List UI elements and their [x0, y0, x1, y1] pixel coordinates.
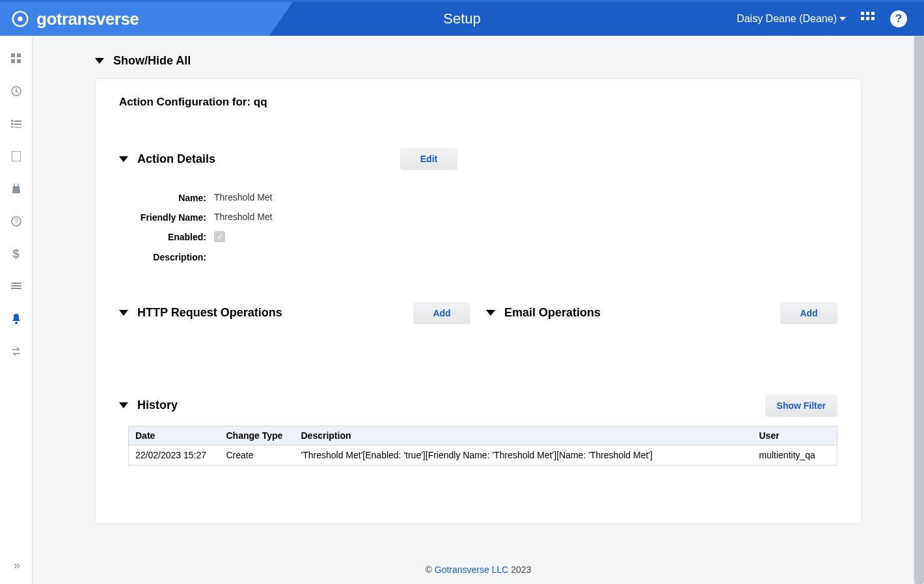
- main: Show/Hide All Action Configuration for: …: [33, 36, 924, 584]
- scrollbar[interactable]: [914, 36, 924, 584]
- td-user: multientity_qa: [753, 445, 837, 465]
- svg-rect-5: [861, 17, 864, 20]
- name-label: Name:: [128, 192, 206, 204]
- logo-icon: [10, 9, 30, 29]
- header-right: Daisy Deane (Deane) ?: [737, 10, 924, 27]
- email-ops-toggle[interactable]: Email Operations: [486, 306, 601, 320]
- sidebar-clock-icon[interactable]: [10, 85, 22, 97]
- table-header-row: Date Change Type Description User: [129, 426, 837, 445]
- user-menu[interactable]: Daisy Deane (Deane): [737, 13, 846, 25]
- chevron-down-icon: [486, 310, 495, 316]
- svg-rect-15: [11, 123, 13, 125]
- logo[interactable]: gotransverse: [10, 9, 139, 29]
- friendly-name-label: Friendly Name:: [128, 212, 206, 223]
- history-toggle[interactable]: History: [119, 398, 178, 412]
- td-change-type: Create: [220, 445, 295, 465]
- svg-rect-11: [17, 59, 21, 63]
- scrollbar-thumb[interactable]: [914, 36, 924, 584]
- svg-rect-22: [11, 283, 21, 284]
- enabled-value: ✓: [214, 231, 225, 243]
- svg-rect-13: [11, 120, 13, 122]
- sidebar-swap-icon[interactable]: [10, 346, 22, 357]
- svg-rect-2: [861, 12, 864, 15]
- svg-rect-14: [14, 120, 21, 122]
- svg-rect-6: [866, 17, 869, 20]
- svg-rect-19: [12, 151, 21, 161]
- sidebar-list-icon[interactable]: [10, 118, 22, 130]
- svg-text:?: ?: [14, 218, 18, 225]
- brand-text: gotransverse: [36, 9, 139, 29]
- name-value: Threshold Met: [214, 192, 272, 204]
- user-name: Daisy Deane (Deane): [737, 13, 837, 25]
- svg-rect-16: [14, 124, 21, 125]
- footer: © Gotransverse LLC 2023: [426, 564, 532, 575]
- enabled-label: Enabled:: [128, 231, 206, 243]
- description-label: Description:: [128, 251, 206, 263]
- svg-rect-23: [11, 285, 21, 286]
- svg-point-25: [15, 322, 18, 324]
- td-description: 'Threshold Met'[Enabled: 'true'][Friendl…: [295, 445, 753, 465]
- enabled-checkbox: ✓: [214, 231, 225, 242]
- sidebar-bag-icon[interactable]: [10, 183, 22, 195]
- header: gotransverse Setup Daisy Deane (Deane) ?: [0, 0, 924, 36]
- page-title: Setup: [443, 10, 481, 27]
- footer-link[interactable]: Gotransverse LLC: [435, 564, 509, 575]
- sidebar-grid-icon[interactable]: [10, 53, 22, 64]
- card-title: Action Configuration for: qq: [119, 96, 837, 109]
- email-ops-heading: Email Operations: [504, 306, 601, 320]
- history-table: Date Change Type Description User 22/02/…: [128, 426, 837, 466]
- config-card: Action Configuration for: qq Action Deta…: [95, 78, 862, 524]
- chevron-down-icon: [119, 310, 128, 316]
- check-icon: ✓: [217, 232, 223, 242]
- http-ops-toggle[interactable]: HTTP Request Operations: [119, 306, 282, 320]
- th-user[interactable]: User: [753, 426, 837, 445]
- caret-down-icon: [839, 17, 846, 21]
- svg-rect-3: [866, 12, 869, 15]
- footer-suffix: 2023: [508, 564, 531, 575]
- sidebar: ? $ »: [0, 36, 33, 584]
- apps-icon[interactable]: [860, 11, 876, 27]
- svg-rect-17: [11, 126, 13, 128]
- chevron-down-icon: [119, 156, 128, 162]
- sidebar-dollar-icon[interactable]: $: [10, 248, 22, 260]
- action-details-heading: Action Details: [137, 152, 215, 166]
- svg-point-1: [18, 16, 23, 21]
- help-icon[interactable]: ?: [890, 10, 907, 27]
- td-date: 22/02/2023 15:27: [129, 445, 220, 465]
- chevron-down-icon: [119, 402, 128, 408]
- svg-rect-18: [14, 127, 21, 128]
- action-details-grid: Name: Threshold Met Friendly Name: Thres…: [128, 192, 457, 263]
- history-heading: History: [137, 398, 178, 412]
- show-hide-toggle[interactable]: Show/Hide All: [95, 54, 862, 68]
- table-row: 22/02/2023 15:27 Create 'Threshold Met'[…: [129, 445, 837, 465]
- sidebar-expand-icon[interactable]: »: [14, 559, 18, 572]
- show-filter-button[interactable]: Show Filter: [765, 395, 837, 417]
- svg-rect-10: [11, 59, 15, 63]
- http-ops-heading: HTTP Request Operations: [137, 306, 282, 320]
- action-details-toggle[interactable]: Action Details: [119, 152, 215, 166]
- edit-button[interactable]: Edit: [400, 148, 457, 170]
- th-description[interactable]: Description: [295, 426, 753, 445]
- svg-rect-4: [871, 12, 875, 15]
- th-change-type[interactable]: Change Type: [220, 426, 295, 445]
- sidebar-note-icon[interactable]: [10, 150, 22, 162]
- svg-rect-9: [17, 53, 21, 57]
- friendly-name-value: Threshold Met: [214, 212, 272, 223]
- footer-prefix: ©: [426, 564, 435, 575]
- svg-rect-24: [11, 288, 21, 289]
- http-add-button[interactable]: Add: [413, 302, 470, 324]
- sidebar-question-icon[interactable]: ?: [10, 216, 22, 227]
- sidebar-bell-icon[interactable]: [10, 313, 22, 325]
- chevron-down-icon: [95, 58, 104, 64]
- show-hide-label: Show/Hide All: [113, 54, 191, 68]
- svg-rect-8: [11, 53, 15, 57]
- svg-rect-7: [871, 17, 875, 20]
- email-add-button[interactable]: Add: [780, 302, 837, 324]
- sidebar-lines-icon[interactable]: [10, 281, 22, 292]
- th-date[interactable]: Date: [129, 426, 220, 445]
